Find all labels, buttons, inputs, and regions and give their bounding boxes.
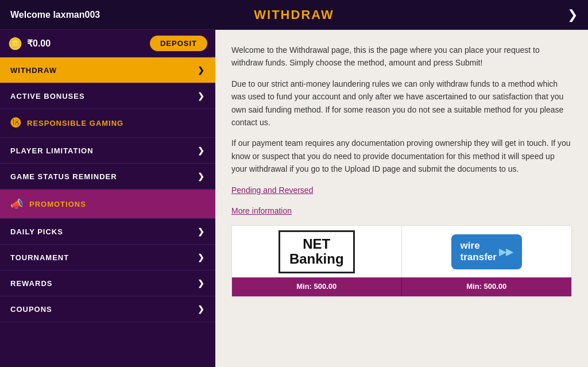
balance-bar: 🪙 ₹0.00 DEPOSIT <box>0 30 215 57</box>
balance-icon: 🪙 <box>8 37 22 51</box>
sidebar: 🪙 ₹0.00 DEPOSIT WITHDRAW ❯ ACTIVE BONUSE… <box>0 30 215 367</box>
sidebar-item-active-bonuses[interactable]: ACTIVE BONUSES ❯ <box>0 83 215 109</box>
wire-transfer-logo-area: wiretransfer ▶▶ <box>402 226 572 277</box>
promotions-icon: 📣 <box>10 198 24 210</box>
welcome-text: Welcome laxman003 <box>10 10 100 20</box>
sidebar-item-label: ACTIVE BONUSES <box>10 92 85 101</box>
more-information-link[interactable]: More information <box>231 206 292 215</box>
wire-transfer-min: Min: 500.00 <box>402 277 572 296</box>
sidebar-item-label: RESPONSIBLE GAMING <box>27 119 123 128</box>
chevron-icon: ❯ <box>198 279 205 288</box>
net-banking-min: Min: 500.00 <box>232 277 402 296</box>
paragraph2: Due to our strict anti-money laundering … <box>231 78 572 129</box>
sidebar-item-game-status-reminder[interactable]: GAME STATUS REMINDER ❯ <box>0 164 215 190</box>
sidebar-item-coupons[interactable]: COUPONS ❯ <box>0 296 215 322</box>
wire-transfer-logo: wiretransfer ▶▶ <box>451 234 522 269</box>
pending-reversed-link[interactable]: Pending and Reversed <box>231 186 313 195</box>
sidebar-item-withdraw[interactable]: WITHDRAW ❯ <box>0 57 215 83</box>
sidebar-item-label: WITHDRAW <box>10 66 57 75</box>
chevron-icon: ❯ <box>198 146 205 155</box>
sidebar-item-rewards[interactable]: REWARDS ❯ <box>0 271 215 296</box>
header: Welcome laxman003 WITHDRAW ❯ <box>0 0 588 30</box>
chevron-icon: ❯ <box>198 91 205 101</box>
sidebar-item-label: PROMOTIONS <box>29 200 86 208</box>
payment-methods-container: NETBanking Min: 500.00 wiretransfer ▶▶ M… <box>231 225 572 297</box>
sidebar-item-label: GAME STATUS REMINDER <box>10 172 117 181</box>
chevron-icon: ❯ <box>198 227 205 236</box>
payment-method-net-banking[interactable]: NETBanking Min: 500.00 <box>232 226 402 296</box>
content-area: Welcome to the Withdrawal page, this is … <box>215 30 588 367</box>
sidebar-item-player-limitation[interactable]: PLAYER LIMITATION ❯ <box>0 138 215 164</box>
paragraph3: If our payment team requires any documen… <box>231 137 572 175</box>
sidebar-item-label: PLAYER LIMITATION <box>10 146 94 155</box>
back-button[interactable]: ❯ <box>567 7 578 22</box>
sidebar-item-tournament[interactable]: TOURNAMENT ❯ <box>0 245 215 271</box>
sidebar-item-daily-picks[interactable]: DAILY PICKS ❯ <box>0 219 215 245</box>
page-title: WITHDRAW <box>254 7 334 22</box>
sidebar-item-label: REWARDS <box>10 279 52 288</box>
sidebar-item-responsible-gaming[interactable]: ⓲ RESPONSIBLE GAMING <box>0 109 215 138</box>
balance-amount: ₹0.00 <box>27 38 150 49</box>
deposit-button[interactable]: DEPOSIT <box>150 36 207 51</box>
chevron-icon: ❯ <box>198 304 205 314</box>
sidebar-item-label: DAILY PICKS <box>10 227 63 236</box>
main-layout: 🪙 ₹0.00 DEPOSIT WITHDRAW ❯ ACTIVE BONUSE… <box>0 30 588 367</box>
sidebar-item-label: COUPONS <box>10 305 52 314</box>
responsible-gaming-icon: ⓲ <box>10 117 21 129</box>
chevron-icon: ❯ <box>198 65 205 75</box>
net-banking-logo-area: NETBanking <box>232 226 402 277</box>
chevron-icon: ❯ <box>198 172 205 181</box>
sidebar-item-label: TOURNAMENT <box>10 253 69 262</box>
sidebar-item-promotions[interactable]: 📣 PROMOTIONS <box>0 190 215 219</box>
payment-method-wire-transfer[interactable]: wiretransfer ▶▶ Min: 500.00 <box>402 226 572 296</box>
net-banking-logo: NETBanking <box>278 230 355 273</box>
intro-paragraph: Welcome to the Withdrawal page, this is … <box>231 44 572 69</box>
chevron-icon: ❯ <box>198 253 205 262</box>
